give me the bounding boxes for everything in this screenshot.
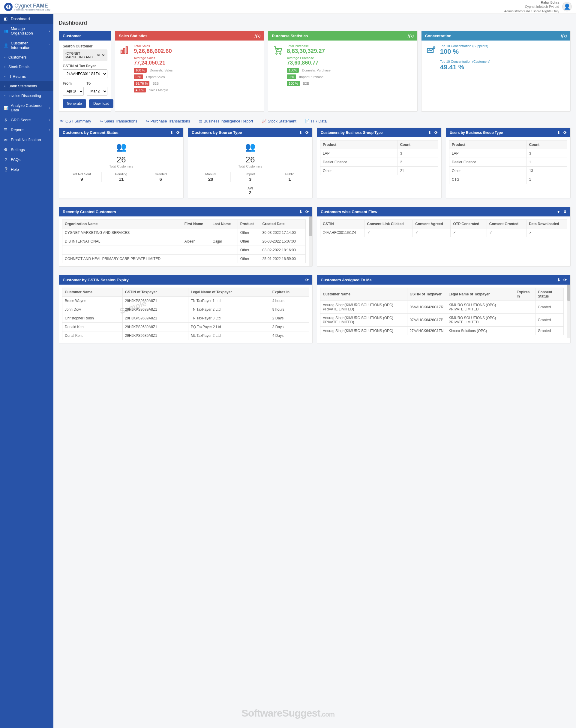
scrollbar[interactable] bbox=[309, 216, 312, 266]
sidebar-item-help[interactable]: ❔Help bbox=[0, 164, 53, 174]
check-icon: ✓ bbox=[453, 231, 456, 235]
svg-point-6 bbox=[433, 47, 435, 49]
help-icon: ❔ bbox=[4, 167, 8, 172]
sidebar-item-it-returns[interactable]: IT Returns bbox=[0, 72, 53, 81]
user-role: Administrator,GRC Score Rights Only bbox=[504, 9, 559, 13]
faq-icon: ? bbox=[4, 157, 8, 162]
table-row[interactable]: Other21 bbox=[320, 167, 438, 175]
table-row[interactable]: Dealer Finance2 bbox=[320, 158, 438, 167]
sidebar-item-grc-score[interactable]: $GRC Score› bbox=[0, 115, 53, 125]
sidebar-item-customers[interactable]: Customers bbox=[0, 53, 53, 62]
close-icon[interactable]: ✕ bbox=[102, 53, 105, 57]
table-row[interactable]: CONNECT AND HEAL PRIMARY CARE PRIVATE LI… bbox=[62, 254, 306, 263]
table-row[interactable]: Other13 bbox=[450, 167, 567, 175]
sidebar-item-invoice-discounting[interactable]: Invoice Discounting bbox=[0, 91, 53, 101]
sidebar-item-dashboard[interactable]: ◧Dashboard bbox=[0, 14, 53, 24]
scrollbar[interactable] bbox=[567, 285, 570, 338]
refresh-icon[interactable]: ⟳ bbox=[564, 130, 567, 135]
download-icon[interactable]: ⬇ bbox=[299, 210, 303, 214]
from-select[interactable]: Apr 2020 bbox=[63, 87, 84, 96]
score-icon: $ bbox=[4, 118, 8, 122]
avg-purchase: 73,60,860.77 bbox=[287, 60, 413, 66]
tab-icon: 📄 bbox=[305, 119, 310, 124]
logo[interactable]: Cygnet FAME Financial Assessment Made Ea… bbox=[4, 3, 50, 11]
svg-rect-1 bbox=[124, 48, 125, 53]
table-row[interactable]: Donald Kent29HJKPS9689A8Z1PQ TaxPayer 2 … bbox=[62, 323, 309, 331]
avatar-icon[interactable]: 👤 bbox=[562, 2, 572, 11]
table-row[interactable]: Christopher Robin29HJKPS9689A8Z1TN TaxPa… bbox=[62, 314, 309, 323]
table-row[interactable]: Bruce Wayne29HJKPS9689A8Z1TN TaxPayer 1 … bbox=[62, 297, 309, 305]
sidebar-item-stock-details[interactable]: Stock Details bbox=[0, 62, 53, 72]
consent-status-panel: Customers by Consent Status ⬇⟳ 👥 26 Tota… bbox=[59, 128, 183, 198]
tab-sales-transactions[interactable]: ↪ Sales Transactions bbox=[99, 119, 137, 124]
stat-line: 100%Domestic Purchase bbox=[287, 68, 413, 73]
gear-icon: ⚙ bbox=[4, 147, 8, 152]
purchase-card: Purchase Statisticsƒ(x) Total Purchase 8… bbox=[268, 31, 417, 112]
download-icon[interactable]: ⬇ bbox=[557, 130, 560, 135]
sidebar: ◧Dashboard👥Manage Organization›👤Customer… bbox=[0, 14, 53, 728]
refresh-icon[interactable]: ⟳ bbox=[306, 278, 309, 282]
fx-icon[interactable]: ƒ(x) bbox=[560, 34, 567, 38]
tab-gst-summary[interactable]: 👁 GST Summary bbox=[60, 119, 91, 124]
refresh-icon[interactable]: ⟳ bbox=[306, 210, 309, 214]
table-row[interactable]: D B INTERNATIONALAlpeshGajjarOther26-03-… bbox=[62, 237, 306, 246]
tab-purchase-transactions[interactable]: ↪ Purchase Transactions bbox=[146, 119, 190, 124]
stat-line: 99.76 %B2B bbox=[134, 81, 260, 86]
refresh-icon[interactable]: ⟳ bbox=[306, 130, 309, 135]
refresh-icon[interactable]: ⟳ bbox=[564, 278, 567, 282]
table-row[interactable]: John Dow29HJKPS9689A8Z1TN TaxPayer 2 Ltd… bbox=[62, 305, 309, 314]
user-box[interactable]: Rahul Bohra Cygnet Infotech Pvt Ltd Admi… bbox=[504, 0, 572, 13]
download-icon[interactable]: ⬇ bbox=[564, 210, 567, 214]
download-button[interactable]: Download bbox=[89, 99, 113, 108]
download-icon[interactable]: ⬇ bbox=[170, 130, 173, 135]
sidebar-item-reports[interactable]: ☰Reports› bbox=[0, 125, 53, 135]
table-row[interactable]: 24AAHFC3011G1Z4✓✓✓✓✓ bbox=[320, 228, 567, 237]
tab-business-intelligence-report[interactable]: ▤ Business Intelligence Report bbox=[199, 119, 253, 124]
recent-customers-panel: Recently Created Customers ⬇⟳ Organizati… bbox=[59, 207, 313, 267]
download-icon[interactable]: ⬇ bbox=[428, 130, 431, 135]
fx-icon[interactable]: ƒ(x) bbox=[254, 34, 260, 38]
table-row[interactable]: CYGNET MARKETING AND SERVICESOther30-03-… bbox=[62, 228, 306, 237]
concentration-icon bbox=[425, 44, 437, 56]
eye-icon[interactable]: 👁 bbox=[97, 53, 100, 57]
org-icon: 👥 bbox=[4, 29, 8, 33]
gstin-select[interactable]: 24AAHFC3011G1Z4 bbox=[63, 69, 107, 78]
fx-icon[interactable]: ƒ(x) bbox=[407, 34, 413, 38]
svg-rect-2 bbox=[126, 47, 127, 54]
table-row[interactable]: Donal Kent29HJKPS9689A8Z1ML TaxPayer 2 L… bbox=[62, 331, 309, 340]
sidebar-item-analyze-customer-data[interactable]: 📊Analyze Customer Data› bbox=[0, 101, 53, 115]
refresh-icon[interactable]: ⟳ bbox=[176, 130, 180, 135]
generate-button[interactable]: Generate bbox=[63, 99, 86, 108]
table-row[interactable]: Other03-02-2022 18:16:00 bbox=[62, 246, 306, 254]
filter-icon[interactable]: ▼ bbox=[556, 210, 560, 214]
sidebar-item-settings[interactable]: ⚙Settings bbox=[0, 145, 53, 155]
sidebar-item-email-notification[interactable]: ✉Email Notification bbox=[0, 135, 53, 145]
table-row[interactable]: Anurag Singh(KIMURO SOLUTIONS (OPC)27AAH… bbox=[320, 327, 564, 335]
tab-itr-data[interactable]: 📄 ITR Data bbox=[305, 119, 327, 124]
sidebar-item-customer-information[interactable]: 👤Customer Informationˇ bbox=[0, 38, 53, 53]
stat-line: 0 %Export Sales bbox=[134, 75, 260, 79]
table-row[interactable]: Anurag Singh(KIMURO SOLUTIONS (OPC) PRIV… bbox=[320, 314, 564, 327]
sidebar-item-bank-statements[interactable]: Bank Statements bbox=[0, 81, 53, 91]
sidebar-item-faqs[interactable]: ?FAQs bbox=[0, 155, 53, 164]
sidebar-item-manage-organization[interactable]: 👥Manage Organization› bbox=[0, 24, 53, 38]
to-select[interactable]: Mar 2021 bbox=[87, 87, 108, 96]
download-icon[interactable]: ⬇ bbox=[299, 130, 303, 135]
topbar: Cygnet FAME Financial Assessment Made Ea… bbox=[0, 0, 576, 14]
tab-icon: 📈 bbox=[262, 119, 266, 124]
table-row[interactable]: CTG1 bbox=[450, 175, 567, 184]
check-icon: ✓ bbox=[489, 231, 492, 235]
table-row[interactable]: LAP3 bbox=[450, 149, 567, 158]
table-row[interactable]: LAP3 bbox=[320, 149, 438, 158]
download-icon[interactable]: ⬇ bbox=[557, 278, 560, 282]
svg-point-3 bbox=[276, 53, 277, 54]
customer-chip[interactable]: (CYGNET MARKETING AND 👁 ✕ bbox=[63, 50, 107, 61]
refresh-icon[interactable]: ⟳ bbox=[434, 130, 438, 135]
tab-stock-statement[interactable]: 📈 Stock Statement bbox=[262, 119, 296, 124]
reports-icon: ☰ bbox=[4, 128, 8, 132]
table-row[interactable]: Anurag Singh(KIMURO SOLUTIONS (OPC) PRIV… bbox=[320, 301, 564, 314]
users-icon: 👥 bbox=[191, 142, 309, 152]
table-row[interactable]: Dealer Finance1 bbox=[450, 158, 567, 167]
sales-card: Sales Statisticsƒ(x) Total Sales 9,26,88… bbox=[115, 31, 264, 112]
tab-icon: ↪ bbox=[99, 119, 103, 124]
